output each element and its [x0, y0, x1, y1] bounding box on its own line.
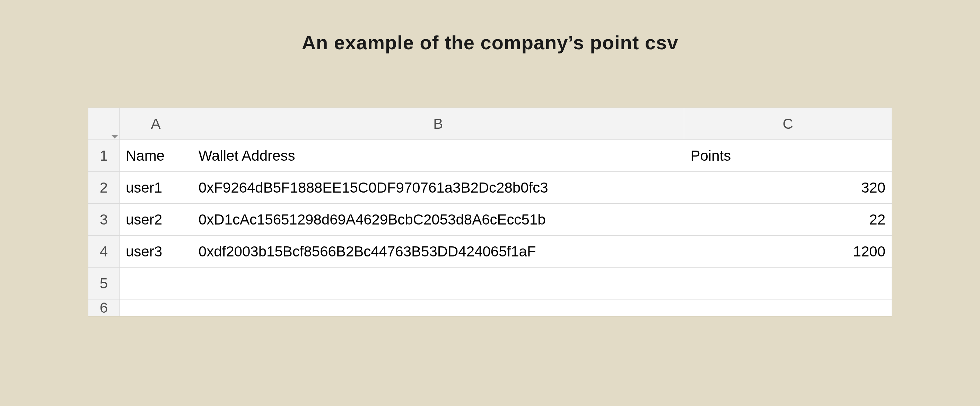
column-header-c[interactable]: C [684, 108, 892, 140]
cell-name[interactable]: user1 [119, 172, 192, 204]
empty-cell[interactable] [192, 267, 684, 299]
column-header-b[interactable]: B [192, 108, 684, 140]
table-row: 3 user2 0xD1cAc15651298d69A4629BcbC2053d… [88, 204, 892, 236]
cell-b1[interactable]: Wallet Address [192, 140, 684, 172]
cell-name[interactable]: user2 [119, 204, 192, 236]
empty-cell[interactable] [119, 299, 192, 316]
empty-cell[interactable] [192, 299, 684, 316]
empty-cell[interactable] [684, 299, 892, 316]
cell-a1[interactable]: Name [119, 140, 192, 172]
column-header-a[interactable]: A [119, 108, 192, 140]
table-row: 4 user3 0xdf2003b15Bcf8566B2Bc44763B53DD… [88, 236, 892, 267]
cell-points[interactable]: 320 [684, 172, 892, 204]
row-number[interactable]: 1 [88, 140, 119, 172]
cell-wallet[interactable]: 0xD1cAc15651298d69A4629BcbC2053d8A6cEcc5… [192, 204, 684, 236]
row-number[interactable]: 3 [88, 204, 119, 236]
row-number[interactable]: 6 [88, 299, 119, 316]
select-all-corner[interactable] [88, 108, 119, 140]
row-number[interactable]: 2 [88, 172, 119, 204]
table-row: 6 [88, 299, 892, 316]
cell-name[interactable]: user3 [119, 236, 192, 267]
empty-cell[interactable] [119, 267, 192, 299]
cell-c1[interactable]: Points [684, 140, 892, 172]
cell-wallet[interactable]: 0xdf2003b15Bcf8566B2Bc44763B53DD424065f1… [192, 236, 684, 267]
empty-cell[interactable] [684, 267, 892, 299]
row-number[interactable]: 5 [88, 267, 119, 299]
page-title: An example of the company’s point csv [302, 31, 679, 54]
cell-wallet[interactable]: 0xF9264dB5F1888EE15C0DF970761a3B2Dc28b0f… [192, 172, 684, 204]
table-row: 5 [88, 267, 892, 299]
cell-points[interactable]: 22 [684, 204, 892, 236]
spreadsheet-table: A B C 1 Name Wallet Address Points 2 use… [88, 107, 892, 316]
cell-points[interactable]: 1200 [684, 236, 892, 267]
row-number[interactable]: 4 [88, 236, 119, 267]
table-row: 2 user1 0xF9264dB5F1888EE15C0DF970761a3B… [88, 172, 892, 204]
table-row: 1 Name Wallet Address Points [88, 140, 892, 172]
